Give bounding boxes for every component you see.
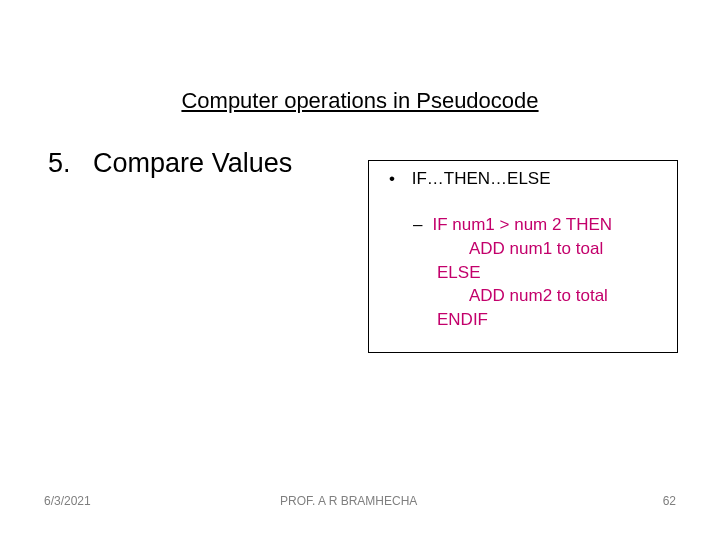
pseudocode-block: –IF num1 > num 2 THEN ADD num1 to toal E… bbox=[369, 193, 677, 352]
bullet-label: IF…THEN…ELSE bbox=[412, 169, 551, 188]
footer-page-number: 62 bbox=[663, 494, 676, 508]
bullet-item: • IF…THEN…ELSE bbox=[369, 161, 677, 193]
code-line-4: ADD num2 to total bbox=[413, 284, 665, 308]
slide: Computer operations in Pseudocode 5. Com… bbox=[0, 0, 720, 540]
content-box: • IF…THEN…ELSE –IF num1 > num 2 THEN ADD… bbox=[368, 160, 678, 353]
code-line-3: ELSE bbox=[413, 261, 665, 285]
code-line-5: ENDIF bbox=[413, 308, 665, 332]
section-number: 5. bbox=[48, 148, 71, 178]
section-heading: 5. Compare Values bbox=[48, 148, 292, 179]
bullet-icon: • bbox=[389, 169, 395, 188]
section-label: Compare Values bbox=[93, 148, 292, 178]
dash-icon: – bbox=[413, 215, 422, 234]
footer-date: 6/3/2021 bbox=[44, 494, 91, 508]
footer-author: PROF. A R BRAMHECHA bbox=[280, 494, 417, 508]
slide-title: Computer operations in Pseudocode bbox=[0, 88, 720, 114]
code-line-1: –IF num1 > num 2 THEN bbox=[413, 213, 665, 237]
code-line-2: ADD num1 to toal bbox=[413, 237, 665, 261]
